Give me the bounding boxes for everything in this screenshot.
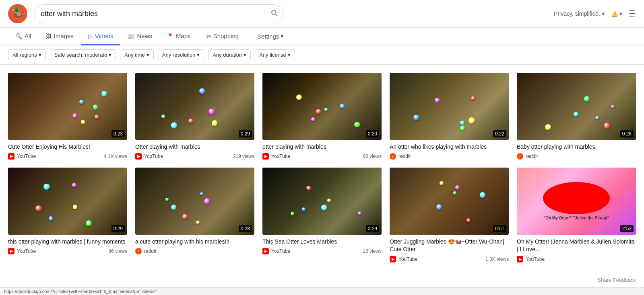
video-thumbnail[interactable]: 0:29 — [135, 73, 254, 140]
video-thumbnail[interactable]: 0:28 — [517, 73, 636, 140]
duration-badge: 0:29 — [366, 225, 379, 232]
video-thumbnail[interactable]: 0:23 — [8, 73, 127, 140]
marble-decoration — [212, 120, 218, 126]
video-card[interactable]: 0:22 An otter who likes playing with mar… — [390, 73, 509, 160]
marble-decoration — [200, 192, 204, 196]
tab-all[interactable]: 🔍 All — [8, 28, 39, 45]
filter-any-resolution-label: Any resolution — [162, 52, 195, 58]
video-thumbnail[interactable]: 0:29 — [262, 168, 382, 235]
video-card[interactable]: "Oh My Otter!" "Julien the Pin-up" 2:52 … — [517, 168, 636, 262]
search-button[interactable] — [270, 9, 278, 18]
video-meta: ▶ YouTube 18 views — [262, 248, 382, 254]
video-thumbnail[interactable]: 0:22 — [390, 73, 509, 140]
duration-badge: 0:28 — [620, 130, 634, 137]
video-card[interactable]: 0:29 This Sea Otter Loves Marbles ▶ YouT… — [262, 168, 382, 262]
tab-maps[interactable]: 📍 Maps — [159, 28, 198, 45]
video-info: Otter playing with marbles ▶ YouTube 219… — [135, 143, 254, 160]
duration-badge: 2:52 — [620, 225, 634, 232]
view-count: 4.1K views — [104, 154, 127, 159]
videos-icon: ▷ — [88, 33, 93, 39]
video-thumbnail[interactable]: "Oh My Otter!" "Julien the Pin-up" 2:52 — [517, 168, 636, 235]
thumbnail-bg — [8, 168, 127, 235]
marble-decoration — [321, 205, 327, 211]
video-title: Cute Otter Enjoying His Marbles! — [8, 143, 127, 151]
marble-decoration — [460, 121, 464, 125]
filter-any-license[interactable]: Any license ▾ — [255, 49, 295, 60]
filter-safe-search[interactable]: Safe search: moderate ▾ — [50, 49, 116, 60]
filter-regions[interactable]: All regions ▾ — [8, 49, 46, 60]
marble-decoration — [358, 211, 362, 215]
duckduckgo-logo: 🦆 — [11, 7, 25, 20]
marble-decoration — [471, 96, 475, 100]
marble-decoration — [86, 220, 92, 226]
images-icon: 🖼 — [46, 33, 52, 39]
marble-decoration — [306, 186, 311, 191]
tab-images[interactable]: 🖼 Images — [39, 28, 81, 45]
announcements-button[interactable]: 🔔 ▾ — [611, 10, 622, 17]
video-thumbnail[interactable]: 0:29 — [8, 168, 127, 235]
settings-tab[interactable]: Settings ▾ — [254, 28, 287, 45]
filter-any-resolution[interactable]: Any resolution ▾ — [158, 49, 204, 60]
privacy-chevron-icon: ▾ — [602, 10, 605, 17]
view-count: 1.3K views — [485, 256, 509, 262]
tab-videos[interactable]: ▷ Videos — [81, 28, 121, 45]
marble-decoration — [469, 117, 475, 124]
video-thumbnail[interactable]: 0:28 — [135, 168, 254, 235]
filter-any-time-label: Any time — [124, 52, 145, 58]
video-card[interactable]: 0:28 Baby otter playing with marbles. r … — [517, 73, 636, 160]
source-name: reddit — [526, 154, 538, 159]
tab-news[interactable]: 📰 News — [120, 28, 159, 45]
marble-decoration — [95, 115, 99, 119]
marble-decoration — [611, 105, 614, 108]
tab-all-label: All — [25, 33, 31, 39]
settings-label: Settings — [257, 33, 279, 40]
thumbnail-bg — [262, 73, 382, 140]
filter-any-time[interactable]: Any time ▾ — [120, 49, 154, 60]
filter-any-duration-chevron-icon: ▾ — [244, 52, 246, 58]
marble-decoration — [208, 109, 215, 115]
filter-any-duration[interactable]: Any duration ▾ — [208, 49, 251, 60]
shopping-icon: 🛍 — [205, 33, 211, 39]
video-card[interactable]: 0:20 otter playing with marbles ▶ YouTub… — [262, 73, 382, 160]
logo[interactable]: 🦆 — [8, 4, 27, 23]
marble-decoration — [574, 112, 578, 117]
video-meta: ▶ YouTube 86 views — [8, 248, 127, 254]
video-meta: ▶ YouTube 4.1K views — [8, 153, 127, 160]
tab-images-label: Images — [54, 33, 74, 39]
video-card[interactable]: 0:29 this otter playing with marbles | f… — [8, 168, 127, 262]
header: 🦆 Privacy, simplified. ▾ 🔔 ▾ ☰ — [0, 0, 644, 28]
header-right: Privacy, simplified. ▾ 🔔 ▾ ☰ — [554, 9, 636, 18]
duration-badge: 0:20 — [366, 130, 379, 137]
video-title: An otter who likes playing with marbles — [390, 143, 509, 151]
menu-button[interactable]: ☰ — [629, 9, 636, 18]
video-card[interactable]: 0:23 Cute Otter Enjoying His Marbles! ▶ … — [8, 73, 127, 160]
youtube-icon: ▶ — [517, 256, 523, 262]
announce-icon: 🔔 — [611, 10, 618, 17]
video-card[interactable]: 0:29 Otter playing with marbles ▶ YouTub… — [135, 73, 254, 160]
thumbnail-bg — [135, 73, 254, 140]
search-input[interactable] — [34, 4, 283, 23]
thumbnail-bg — [262, 168, 382, 235]
source-name: YouTube — [271, 248, 290, 254]
source-name: YouTube — [271, 154, 290, 159]
marble-decoration — [545, 124, 551, 130]
marble-decoration — [35, 205, 42, 212]
video-title: Oh My Otter! (Jenna Marbles & Julien Sol… — [517, 238, 636, 254]
filter-any-duration-label: Any duration — [213, 52, 242, 58]
marble-decoration — [72, 183, 76, 187]
marble-decoration — [440, 181, 443, 185]
marble-decoration — [324, 108, 328, 111]
video-card[interactable]: 0:51 Otter Juggling Marbles 😍🦦~Otter Wu-… — [390, 168, 509, 262]
marble-decoration — [171, 122, 177, 128]
privacy-button[interactable]: Privacy, simplified. ▾ — [554, 10, 605, 17]
reddit-icon: r — [135, 248, 142, 254]
video-thumbnail[interactable]: 0:20 — [262, 73, 382, 140]
tab-shopping[interactable]: 🛍 Shopping — [198, 28, 246, 45]
video-grid: 0:23 Cute Otter Enjoying His Marbles! ▶ … — [0, 65, 644, 270]
video-card[interactable]: 0:28 a cute otter playing with his marbl… — [135, 168, 254, 262]
marble-decoration — [311, 117, 315, 121]
marble-decoration — [161, 115, 165, 118]
marble-decoration — [460, 125, 466, 131]
duration-badge: 0:51 — [493, 225, 506, 232]
video-thumbnail[interactable]: 0:51 — [390, 168, 509, 235]
